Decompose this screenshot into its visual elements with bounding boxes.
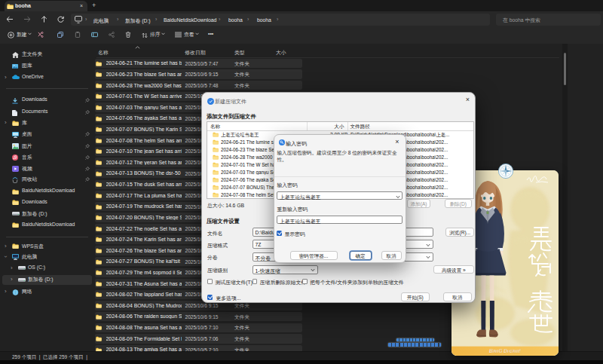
svg-text:BanG Dream!: BanG Dream! xyxy=(489,348,522,353)
